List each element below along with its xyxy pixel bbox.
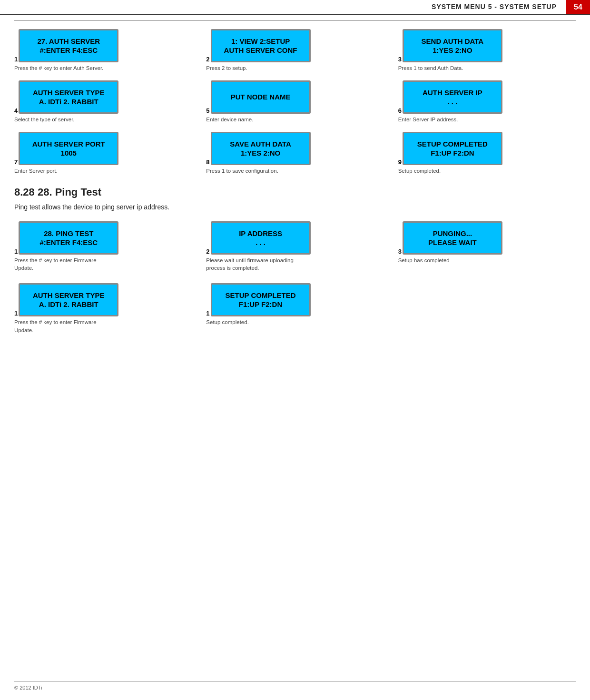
lcd-line: SEND AUTH DATA (422, 37, 484, 46)
step-cell: 1SETUP COMPLETEDF1:UP F2:DNSetup complet… (206, 283, 384, 334)
lcd-screen: 28. PING TEST#:ENTER F4:ESC (19, 221, 118, 255)
step-cell: 6AUTH SERVER IP. . .Enter Server IP addr… (398, 80, 576, 123)
step-cell: 21: VIEW 2:SETUPAUTH SERVER CONFPress 2 … (206, 29, 384, 72)
step-caption: Setup has completed (398, 256, 450, 264)
lcd-line: . . . (447, 97, 457, 107)
lcd-line: AUTH SERVER IP (423, 88, 482, 98)
step-caption: Press 2 to setup. (206, 64, 247, 72)
page-header: SYSTEM MENU 5 - SYSTEM SETUP 54 (0, 0, 590, 15)
lcd-line: A. IDTi 2. RABBIT (39, 97, 98, 107)
step-caption: Press the # key to enter Auth Server. (14, 64, 103, 72)
lcd-line: F1:UP F2:DN (239, 300, 282, 309)
step-number: 6 (398, 108, 402, 114)
page-footer: © 2012 IDTi (14, 681, 576, 690)
step-number: 2 (206, 248, 209, 255)
lcd-line: F1:UP F2:DN (431, 148, 474, 158)
lcd-line: AUTH SERVER PORT (32, 139, 105, 149)
step-caption: Press the # key to enter Firmware Update… (14, 256, 114, 272)
lcd-screen: AUTH SERVER TYPEA. IDTi 2. RABBIT (19, 80, 118, 114)
step-number: 3 (398, 248, 402, 255)
lcd-line: A. IDTi 2. RABBIT (39, 300, 98, 309)
step-number: 1 (14, 248, 18, 255)
lcd-line: #:ENTER F4:ESC (39, 238, 98, 247)
lcd-screen: 1: VIEW 2:SETUPAUTH SERVER CONF (211, 29, 311, 62)
step-caption: Please wait until firmware uploading pro… (206, 256, 306, 272)
lcd-screen: SAVE AUTH DATA1:YES 2:NO (211, 132, 311, 165)
step-number: 8 (206, 159, 209, 165)
step-number: 1 (14, 310, 18, 316)
lcd-screen: AUTH SERVER IP. . . (403, 80, 502, 114)
lcd-line: #:ENTER F4:ESC (39, 46, 98, 55)
page-number: 54 (566, 0, 590, 14)
lcd-line: IP ADDRESS (239, 229, 282, 238)
lcd-line: 27. AUTH SERVER (37, 37, 100, 46)
lcd-line: SETUP COMPLETED (417, 139, 488, 149)
step-number: 7 (14, 159, 18, 165)
step-number: 2 (206, 56, 209, 62)
main-content: 127. AUTH SERVER#:ENTER F4:ESCPress the … (0, 24, 590, 360)
step-cell: 1AUTH SERVER TYPEA. IDTi 2. RABBITPress … (14, 283, 192, 334)
copyright-text: © 2012 IDTi (14, 685, 42, 690)
step-cell: 9SETUP COMPLETEDF1:UP F2:DNSetup complet… (398, 132, 576, 175)
step-caption: Press 1 to save configuration. (206, 167, 278, 175)
lcd-screen: PUNGING...PLEASE WAIT (403, 221, 502, 255)
step-number: 5 (206, 108, 209, 114)
step-number: 1 (206, 310, 209, 316)
lcd-line: . . . (256, 238, 266, 247)
top-divider (14, 20, 576, 20)
step-caption: Setup completed. (206, 318, 249, 326)
lcd-screen: 27. AUTH SERVER#:ENTER F4:ESC (19, 29, 118, 62)
step-cell: 4AUTH SERVER TYPEA. IDTi 2. RABBITSelect… (14, 80, 192, 123)
lcd-line: PUT NODE NAME (231, 92, 291, 102)
lcd-screen: AUTH SERVER PORT1005 (19, 132, 118, 165)
step-caption: Setup completed. (398, 167, 441, 175)
step-caption: Press 1 to send Auth Data. (398, 64, 463, 72)
section-28-grid-row2: 1AUTH SERVER TYPEA. IDTi 2. RABBITPress … (14, 283, 576, 334)
lcd-line: 1:YES 2:NO (241, 148, 280, 158)
lcd-line: PUNGING... (433, 229, 472, 238)
lcd-screen: PUT NODE NAME (211, 80, 311, 114)
step-number: 3 (398, 56, 402, 62)
lcd-line: 1:YES 2:NO (433, 46, 472, 55)
step-caption: Press the # key to enter Firmware Update… (14, 318, 114, 334)
step-caption: Enter Server port. (14, 167, 58, 175)
section-28-heading: 8.28 28. Ping Test (14, 186, 576, 198)
lcd-screen: IP ADDRESS. . . (211, 221, 311, 255)
lcd-line: PLEASE WAIT (428, 238, 477, 247)
step-cell: 8SAVE AUTH DATA1:YES 2:NOPress 1 to save… (206, 132, 384, 175)
lcd-line: 1: VIEW 2:SETUP (231, 37, 290, 46)
lcd-line: SAVE AUTH DATA (230, 139, 291, 149)
lcd-screen: AUTH SERVER TYPEA. IDTi 2. RABBIT (19, 283, 118, 316)
step-cell: 128. PING TEST#:ENTER F4:ESCPress the # … (14, 221, 192, 272)
step-cell: 2IP ADDRESS. . .Please wait until firmwa… (206, 221, 384, 272)
step-cell: 127. AUTH SERVER#:ENTER F4:ESCPress the … (14, 29, 192, 72)
lcd-line: 1005 (61, 148, 77, 158)
lcd-line: AUTH SERVER TYPE (33, 88, 105, 98)
lcd-line: 28. PING TEST (44, 229, 93, 238)
section-28-intro: Ping test allows the device to ping serv… (14, 203, 576, 211)
section-28-grid-row1: 128. PING TEST#:ENTER F4:ESCPress the # … (14, 221, 576, 272)
lcd-screen: SETUP COMPLETEDF1:UP F2:DN (211, 283, 311, 316)
step-cell: 7AUTH SERVER PORT1005Enter Server port. (14, 132, 192, 175)
step-caption: Enter device name. (206, 116, 253, 123)
section-27-grid: 127. AUTH SERVER#:ENTER F4:ESCPress the … (14, 29, 576, 175)
lcd-screen: SETUP COMPLETEDF1:UP F2:DN (403, 132, 502, 165)
lcd-line: AUTH SERVER CONF (224, 46, 297, 55)
step-number: 1 (14, 56, 18, 62)
step-caption: Enter Server IP address. (398, 116, 458, 123)
lcd-line: SETUP COMPLETED (226, 291, 296, 300)
lcd-screen: SEND AUTH DATA1:YES 2:NO (403, 29, 502, 62)
step-cell: 3PUNGING...PLEASE WAITSetup has complete… (398, 221, 576, 272)
lcd-line: AUTH SERVER TYPE (33, 291, 105, 300)
step-cell: 3SEND AUTH DATA1:YES 2:NOPress 1 to send… (398, 29, 576, 72)
step-number: 9 (398, 159, 402, 165)
step-caption: Select the type of server. (14, 116, 75, 123)
step-number: 4 (14, 108, 18, 114)
header-title: SYSTEM MENU 5 - SYSTEM SETUP (432, 0, 566, 14)
step-cell: 5PUT NODE NAMEEnter device name. (206, 80, 384, 123)
